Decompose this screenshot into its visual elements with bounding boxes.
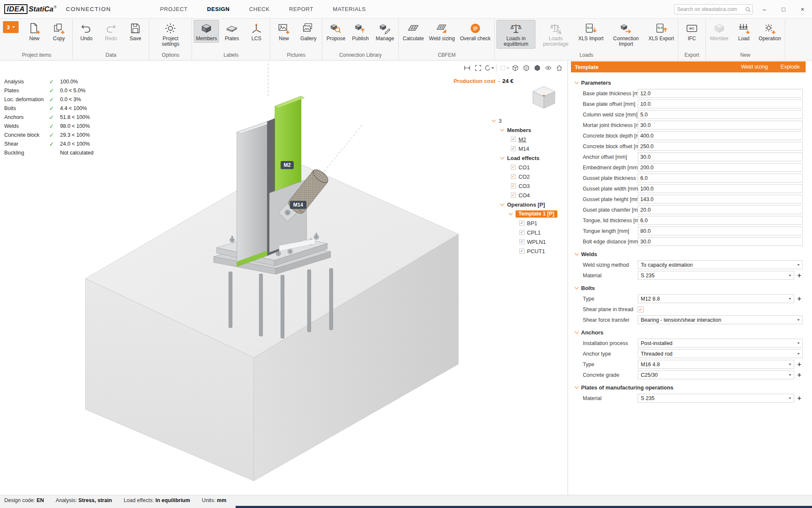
search-box[interactable] xyxy=(674,4,753,14)
ribbon-button-propose[interactable]: Propose xyxy=(324,20,348,43)
chevron-expanded-icon[interactable] xyxy=(500,202,505,206)
ribbon-button-connection-import[interactable]: Connection Import xyxy=(606,20,645,49)
tree-section-members[interactable]: Members xyxy=(492,125,566,135)
tree-section-operations-p[interactable]: Operations [P] xyxy=(492,200,566,209)
ribbon-button-operation[interactable]: Operation xyxy=(757,20,783,43)
section-header-plates-of-manufacturing-operations[interactable]: Plates of manufacturing operations xyxy=(571,382,803,393)
tree-item-wpln1[interactable]: ✓WPLN1 xyxy=(492,237,566,246)
select-material[interactable]: S 235 xyxy=(638,271,794,280)
ribbon-button-undo[interactable]: Undo xyxy=(74,20,98,43)
analysis-row-plates[interactable]: Plates✓0.0 < 5.0% xyxy=(4,86,93,95)
ribbon-button-project-settings[interactable]: Project settings xyxy=(151,20,190,49)
analysis-row-analysis[interactable]: Analysis✓100.0% xyxy=(4,77,93,86)
solid-view-button[interactable] xyxy=(532,63,542,73)
checkbox[interactable]: ✓ xyxy=(519,230,524,235)
input-concrete-block-offset-mm[interactable] xyxy=(638,142,803,151)
checkbox[interactable]: ✓ xyxy=(511,165,516,170)
member-label-m14[interactable]: M14 xyxy=(290,201,306,209)
ribbon-button-copy[interactable]: Copy xyxy=(47,20,71,43)
ribbon-button-members[interactable]: Members xyxy=(194,20,219,43)
checkbox[interactable]: ✓ xyxy=(511,174,516,179)
tree-item-bp1[interactable]: ✓BP1 xyxy=(492,218,566,228)
checkbox[interactable]: ✓ xyxy=(511,146,516,151)
section-header-welds[interactable]: Welds xyxy=(571,248,803,260)
select-concrete-grade[interactable]: C25/30 xyxy=(638,370,794,379)
chevron-expanded-icon[interactable] xyxy=(500,155,505,159)
ribbon-button-new[interactable]: New xyxy=(272,20,296,43)
analysis-row-loc-deformation[interactable]: Loc. deformation✓0.0 < 3% xyxy=(4,95,93,104)
tab-project[interactable]: PROJECT xyxy=(160,6,188,12)
select-type[interactable]: M16 4.8 xyxy=(638,360,794,369)
ribbon-button-calculate[interactable]: Calculate xyxy=(401,20,426,43)
chevron-expanded-icon[interactable] xyxy=(509,211,513,215)
analysis-row-welds[interactable]: Welds✓98.0 < 100% xyxy=(4,121,93,130)
select-type[interactable]: M12 8.8 xyxy=(638,294,794,303)
checkbox[interactable]: ✓ xyxy=(519,239,524,244)
chevron-expanded-icon[interactable] xyxy=(500,127,505,131)
tab-materials[interactable]: MATERIALS xyxy=(333,6,366,12)
select-shear-force-transfer[interactable]: Bearing - tension/shear interaction xyxy=(638,315,803,324)
analysis-row-concrete-block[interactable]: Concrete block✓29.3 < 100% xyxy=(4,130,93,139)
add-button[interactable]: + xyxy=(796,372,803,378)
checkbox-shear-plane-in-thread[interactable]: ✓ xyxy=(638,306,644,312)
add-button[interactable]: + xyxy=(796,295,803,302)
input-column-weld-size-mm[interactable] xyxy=(638,110,803,119)
tree-item-co1[interactable]: ✓CO1 xyxy=(492,163,566,172)
navigation-cube[interactable] xyxy=(527,83,561,111)
tree-item-m2[interactable]: ✓M2 xyxy=(492,135,566,144)
input-gusset-plate-width-mm[interactable] xyxy=(638,184,803,193)
section-header-parameters[interactable]: Parameters xyxy=(571,77,803,88)
tab-report[interactable]: REPORT xyxy=(289,6,313,12)
tree-item-pcut1[interactable]: ✓PCUT1 xyxy=(492,246,566,256)
checkbox[interactable]: ✓ xyxy=(519,248,524,254)
chevron-expanded-icon[interactable] xyxy=(492,118,496,122)
analysis-row-buckling[interactable]: BucklingNot calculated xyxy=(4,148,93,157)
analysis-row-shear[interactable]: Shear✓24.0 < 100% xyxy=(4,139,93,148)
select-weld-sizing-method[interactable]: To capacity estimation xyxy=(638,260,803,269)
input-mortar-joint-thickness-mm[interactable] xyxy=(638,121,803,130)
input-anchor-offset-mm[interactable] xyxy=(638,152,803,161)
input-concrete-block-depth-mm[interactable] xyxy=(638,131,803,140)
tree-template-template-1-p[interactable]: Template 1 [P] xyxy=(492,209,566,218)
tree-item-m14[interactable]: ✓M14 xyxy=(492,144,566,153)
tree-root[interactable]: 3 xyxy=(492,116,566,125)
maximize-button[interactable]: □ xyxy=(774,0,793,18)
input-tongue-length-mm[interactable] xyxy=(638,226,803,235)
viewport-3d[interactable]: M2 M14 Analysis✓100.0%Plates✓0.0 < 5.0%L… xyxy=(0,61,568,495)
tree-item-co3[interactable]: ✓CO3 xyxy=(492,181,566,190)
ribbon-button-load[interactable]: Load xyxy=(732,20,756,43)
search-input[interactable] xyxy=(675,6,745,12)
member-label-m2[interactable]: M2 xyxy=(281,161,294,169)
checkbox[interactable]: ✓ xyxy=(511,183,516,188)
tree-item-co2[interactable]: ✓CO2 xyxy=(492,172,566,181)
tab-check[interactable]: CHECK xyxy=(249,6,270,12)
section-header-anchors[interactable]: Anchors xyxy=(571,327,803,338)
analysis-row-anchors[interactable]: Anchors✓51.8 < 100% xyxy=(4,113,93,121)
input-guset-plate-chamfer-mm[interactable] xyxy=(638,205,803,214)
input-gusset-plate-height-mm[interactable] xyxy=(638,195,803,204)
dimensions-tool-button[interactable] xyxy=(462,63,472,73)
ribbon-button-save[interactable]: Save xyxy=(123,20,147,43)
minimize-button[interactable]: – xyxy=(755,0,774,18)
section-header-bolts[interactable]: Bolts xyxy=(571,282,803,293)
select-material[interactable]: S 235 xyxy=(638,394,794,403)
project-item-selector[interactable]: 3 xyxy=(3,21,19,33)
ribbon-button-publish[interactable]: Publish xyxy=(348,20,372,43)
close-button[interactable]: × xyxy=(793,0,812,18)
weld-sizing-button[interactable]: Weld sizing xyxy=(741,64,768,70)
input-gusset-plate-thickness-mm[interactable] xyxy=(638,174,803,182)
orbit-button[interactable] xyxy=(484,63,494,73)
ribbon-button-plates[interactable]: Plates xyxy=(220,20,244,43)
add-button[interactable]: + xyxy=(796,395,803,402)
explode-button[interactable]: Explode xyxy=(781,64,800,70)
ribbon-button-gallery[interactable]: Gallery xyxy=(296,20,320,43)
ribbon-button-xls-import[interactable]: XLS Import xyxy=(576,20,606,43)
input-base-plate-thickness-mm[interactable] xyxy=(638,89,803,98)
analysis-row-bolts[interactable]: Bolts✓4.4 < 100% xyxy=(4,104,93,113)
ribbon-button-new[interactable]: New xyxy=(22,20,46,43)
select-anchor-type[interactable]: Threaded rod xyxy=(638,349,803,358)
ribbon-button-lcs[interactable]: LCS xyxy=(244,20,268,43)
wireframe-view-button[interactable] xyxy=(510,63,520,73)
tree-section-load-effects[interactable]: Load effects xyxy=(492,153,566,163)
tab-design[interactable]: DESIGN xyxy=(207,6,229,12)
